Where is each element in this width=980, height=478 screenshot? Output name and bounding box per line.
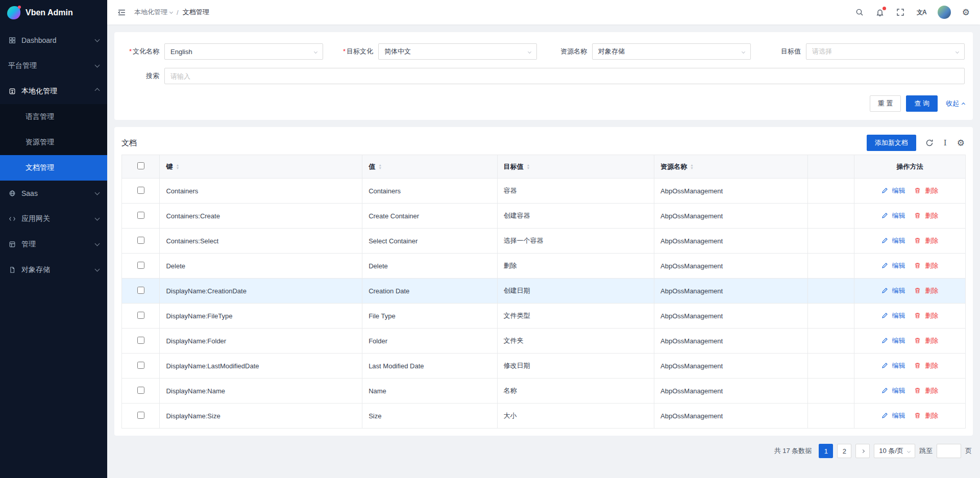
delete-button[interactable]: 删除: [914, 411, 938, 420]
edit-button[interactable]: 编辑: [881, 311, 905, 320]
sidebar-subitem-resource[interactable]: 资源管理: [0, 130, 107, 155]
row-checkbox[interactable]: [137, 212, 144, 219]
row-checkbox[interactable]: [137, 387, 144, 394]
edit-button[interactable]: 编辑: [881, 211, 905, 220]
edit-button[interactable]: 编辑: [881, 186, 905, 195]
chevron-down-icon: [95, 190, 100, 195]
search-input[interactable]: [164, 68, 965, 84]
sidebar-item-saas[interactable]: Saas: [0, 181, 107, 206]
refresh-button[interactable]: [924, 138, 935, 148]
sidebar-item-gateway[interactable]: 应用网关: [0, 206, 107, 232]
row-checkbox[interactable]: [137, 237, 144, 244]
column-header-value[interactable]: 值▲▼: [362, 155, 497, 179]
sidebar-subitem-document[interactable]: 文档管理: [0, 155, 107, 181]
delete-button[interactable]: 删除: [914, 311, 938, 320]
cell-actions: 编辑 删除: [854, 304, 965, 329]
row-height-button[interactable]: Ⅰ: [943, 138, 948, 148]
target-culture-select[interactable]: 简体中文: [378, 43, 537, 60]
delete-button[interactable]: 删除: [914, 236, 938, 245]
breadcrumb-parent[interactable]: 本地化管理: [134, 8, 173, 17]
row-checkbox[interactable]: [137, 412, 144, 419]
cell-value: Create Container: [362, 204, 497, 229]
row-checkbox[interactable]: [137, 362, 144, 369]
delete-button[interactable]: 删除: [914, 211, 938, 220]
cell-key: Delete: [160, 254, 362, 279]
table-row: Containers:Create Create Container 创建容器 …: [122, 204, 966, 229]
add-document-button[interactable]: 添加新文档: [867, 135, 916, 151]
jump-input[interactable]: [937, 444, 961, 458]
delete-button[interactable]: 删除: [914, 361, 938, 370]
row-checkbox[interactable]: [137, 187, 144, 194]
column-settings-button[interactable]: ⚙: [956, 138, 966, 148]
cell-empty: [807, 329, 854, 354]
collapse-link[interactable]: 收起: [946, 99, 965, 108]
notification-button[interactable]: [875, 7, 885, 17]
locale-button[interactable]: 文A: [916, 7, 927, 18]
culture-name-select[interactable]: English: [164, 43, 323, 60]
sidebar-item-platform[interactable]: 平台管理: [0, 53, 107, 79]
target-value-select[interactable]: 请选择: [806, 43, 965, 60]
row-checkbox[interactable]: [137, 262, 144, 269]
sidebar-item-dashboard[interactable]: Dashboard: [0, 28, 107, 53]
cell-empty: [807, 204, 854, 229]
app-title: Vben Admin: [26, 8, 73, 17]
field-label: *目标文化: [336, 47, 373, 56]
column-header-key[interactable]: 键▲▼: [160, 155, 362, 179]
row-checkbox[interactable]: [137, 287, 144, 294]
resource-name-select[interactable]: 对象存储: [592, 43, 751, 60]
next-page-button[interactable]: [855, 444, 870, 458]
fullscreen-button[interactable]: [895, 7, 905, 17]
query-button[interactable]: 查 询: [906, 95, 938, 112]
filter-grid: *文化名称 English *目标文化 简体中文: [122, 43, 965, 60]
edit-button[interactable]: 编辑: [881, 411, 905, 420]
sidebar-item-localization[interactable]: 本地化管理: [0, 79, 107, 104]
page-size-select[interactable]: 10 条/页: [874, 444, 915, 458]
settings-button[interactable]: ⚙: [961, 7, 971, 18]
delete-button[interactable]: 删除: [914, 186, 938, 195]
gear-icon: ⚙: [962, 8, 970, 17]
delete-button[interactable]: 删除: [914, 386, 938, 395]
edit-button[interactable]: 编辑: [881, 361, 905, 370]
logo-icon: [7, 6, 20, 19]
cell-value: Name: [362, 379, 497, 404]
row-checkbox[interactable]: [137, 337, 144, 344]
sort-icon: ▲▼: [690, 164, 694, 169]
sidebar-subitem-language[interactable]: 语言管理: [0, 104, 107, 130]
delete-button[interactable]: 删除: [914, 286, 938, 295]
edit-button[interactable]: 编辑: [881, 336, 905, 345]
table-row: DisplayName:CreationDate Creation Date 创…: [122, 279, 966, 304]
row-checkbox[interactable]: [137, 312, 144, 319]
delete-button[interactable]: 删除: [914, 336, 938, 345]
sidebar-item-label: 本地化管理: [21, 87, 90, 96]
edit-button[interactable]: 编辑: [881, 286, 905, 295]
page-button-1[interactable]: 1: [819, 444, 833, 458]
edit-button[interactable]: 编辑: [881, 261, 905, 270]
table-row: DisplayName:Folder Folder 文件夹 AbpOssMana…: [122, 329, 966, 354]
document-table-panel: 文档 添加新文档 Ⅰ ⚙: [114, 127, 973, 436]
cell-actions: 编辑 删除: [854, 179, 965, 204]
menu-fold-button[interactable]: [116, 7, 127, 18]
column-header-resource[interactable]: 资源名称▲▼: [654, 155, 808, 179]
sidebar-item-admin[interactable]: 管理: [0, 232, 107, 257]
sidebar-item-label: Saas: [21, 189, 90, 197]
row-height-icon: Ⅰ: [944, 139, 947, 147]
search-button[interactable]: [854, 7, 865, 17]
cell-value: Creation Date: [362, 279, 497, 304]
edit-button[interactable]: 编辑: [881, 236, 905, 245]
cell-resource: AbpOssManagement: [654, 329, 808, 354]
delete-button[interactable]: 删除: [914, 261, 938, 270]
sidebar-submenu-localization: 语言管理 资源管理 文档管理: [0, 104, 107, 181]
sidebar-item-storage[interactable]: 对象存储: [0, 257, 107, 283]
avatar[interactable]: [938, 6, 951, 19]
page-button-2[interactable]: 2: [837, 444, 851, 458]
filter-actions: 重 置 查 询 收起: [122, 95, 965, 112]
select-all-checkbox[interactable]: [137, 162, 144, 169]
cell-actions: 编辑 删除: [854, 379, 965, 404]
column-header-target[interactable]: 目标值▲▼: [497, 155, 654, 179]
cell-key: Containers:Select: [160, 229, 362, 254]
sidebar-item-label: 管理: [21, 240, 90, 249]
cell-target: 大小: [497, 404, 654, 429]
cell-empty: [807, 254, 854, 279]
edit-button[interactable]: 编辑: [881, 386, 905, 395]
reset-button[interactable]: 重 置: [870, 95, 901, 112]
